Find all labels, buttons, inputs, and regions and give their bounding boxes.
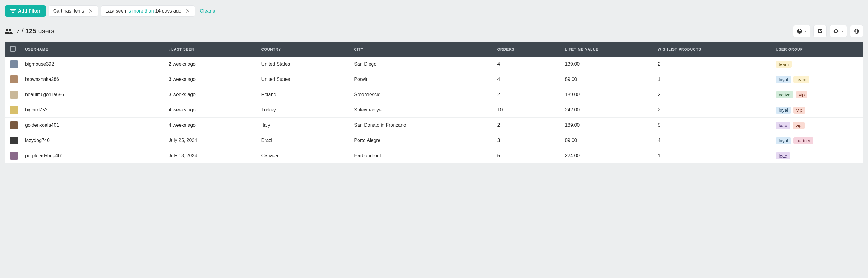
col-header-username[interactable]: Username — [20, 42, 163, 57]
avatar — [10, 91, 18, 98]
last-seen-cell: July 25, 2024 — [163, 133, 256, 148]
username-cell: lazydog740 — [20, 133, 163, 148]
summary-actions — [793, 25, 863, 37]
table-row[interactable]: purpleladybug461July 18, 2024CanadaHarbo… — [5, 148, 863, 163]
city-cell: Porto Alegre — [349, 133, 492, 148]
country-cell: United States — [256, 72, 349, 87]
last-seen-cell: 3 weeks ago — [163, 87, 256, 102]
users-table: Username ↓Last seen Country City Orders … — [5, 42, 863, 163]
user-group-tag: vip — [794, 106, 805, 114]
table-row[interactable]: beautifulgorilla6963 weeks agoPolandŚród… — [5, 87, 863, 102]
user-group-tag: active — [776, 91, 794, 98]
orders-cell: 4 — [492, 72, 559, 87]
col-header-ltv[interactable]: Lifetime value — [559, 42, 652, 57]
col-header-last-seen[interactable]: ↓Last seen — [163, 42, 256, 57]
table-row[interactable]: lazydog740July 25, 2024BrazilPorto Alegr… — [5, 133, 863, 148]
add-filter-label: Add Filter — [18, 8, 40, 14]
last-seen-cell: 4 weeks ago — [163, 118, 256, 133]
orders-cell: 2 — [492, 118, 559, 133]
user-group-cell: lead — [770, 148, 863, 163]
country-cell: Turkey — [256, 102, 349, 118]
country-cell: Canada — [256, 148, 349, 163]
filter-chip[interactable]: Last seen is more than 14 days ago✕ — [101, 5, 195, 17]
col-header-country[interactable]: Country — [256, 42, 349, 57]
city-cell: Harbourfront — [349, 148, 492, 163]
clear-all-link[interactable]: Clear all — [200, 8, 217, 14]
user-group-cell: team — [770, 57, 863, 72]
user-group-cell: leadvip — [770, 118, 863, 133]
city-cell: Śródmieście — [349, 87, 492, 102]
svg-rect-2 — [12, 12, 14, 13]
avatar — [10, 106, 18, 114]
svg-rect-1 — [11, 11, 15, 12]
country-cell: Poland — [256, 87, 349, 102]
user-group-tag: lead — [776, 122, 790, 129]
wishlist-cell: 5 — [652, 118, 770, 133]
wishlist-cell: 2 — [652, 102, 770, 118]
filter-bar: Add Filter Cart has items✕Last seen is m… — [5, 5, 863, 17]
orders-cell: 10 — [492, 102, 559, 118]
ltv-cell: 242.00 — [559, 102, 652, 118]
col-header-wishlist[interactable]: Wishlist products — [652, 42, 770, 57]
svg-point-3 — [6, 29, 8, 31]
table-row[interactable]: brownsnake2863 weeks agoUnited StatesPot… — [5, 72, 863, 87]
wishlist-cell: 1 — [652, 72, 770, 87]
visibility-button[interactable] — [830, 25, 847, 37]
country-cell: United States — [256, 57, 349, 72]
remove-filter-icon[interactable]: ✕ — [88, 8, 93, 14]
last-seen-cell: 2 weeks ago — [163, 57, 256, 72]
user-group-tag: loyal — [776, 106, 791, 114]
last-seen-cell: 3 weeks ago — [163, 72, 256, 87]
orders-cell: 5 — [492, 148, 559, 163]
table-row[interactable]: bigbird7524 weeks agoTurkeySüleymaniye10… — [5, 102, 863, 118]
svg-point-4 — [9, 29, 11, 31]
username-cell: bigbird752 — [20, 102, 163, 118]
avatar — [10, 136, 18, 145]
remove-filter-icon[interactable]: ✕ — [185, 8, 190, 14]
filter-chip-text: Last seen is more than 14 days ago — [105, 8, 182, 14]
eye-icon — [833, 29, 839, 33]
summary-count: 7 / 125 users — [16, 27, 54, 35]
table-row[interactable]: goldenkoala4014 weeks agoItalySan Donato… — [5, 118, 863, 133]
svg-rect-0 — [10, 9, 16, 10]
username-cell: brownsnake286 — [20, 72, 163, 87]
globe-icon — [854, 29, 859, 34]
wishlist-cell: 1 — [652, 148, 770, 163]
city-cell: San Donato in Fronzano — [349, 118, 492, 133]
wishlist-cell: 4 — [652, 133, 770, 148]
summary-row: 7 / 125 users — [5, 25, 863, 37]
user-group-cell: loyalpartner — [770, 133, 863, 148]
user-group-cell: loyalteam — [770, 72, 863, 87]
username-cell: bigmouse392 — [20, 57, 163, 72]
orders-cell: 3 — [492, 133, 559, 148]
country-cell: Brazil — [256, 133, 349, 148]
select-all-checkbox[interactable] — [10, 46, 16, 52]
user-group-tag: loyal — [776, 137, 791, 144]
user-group-tag: vip — [796, 91, 807, 98]
city-cell: Süleymaniye — [349, 102, 492, 118]
chart-button[interactable] — [793, 25, 810, 37]
user-group-cell: activevip — [770, 87, 863, 102]
ltv-cell: 189.00 — [559, 87, 652, 102]
wishlist-cell: 2 — [652, 57, 770, 72]
table-row[interactable]: bigmouse3922 weeks agoUnited StatesSan D… — [5, 57, 863, 72]
col-header-city[interactable]: City — [349, 42, 492, 57]
col-header-user-group[interactable]: User group — [770, 42, 863, 57]
export-button[interactable] — [813, 25, 827, 37]
users-icon — [5, 28, 12, 34]
user-group-tag: partner — [794, 137, 814, 144]
add-filter-button[interactable]: Add Filter — [5, 5, 46, 17]
user-group-tag: team — [794, 76, 809, 83]
last-seen-cell: July 18, 2024 — [163, 148, 256, 163]
city-cell: Potwin — [349, 72, 492, 87]
filter-chip[interactable]: Cart has items✕ — [49, 5, 98, 17]
col-header-orders[interactable]: Orders — [492, 42, 559, 57]
avatar — [10, 121, 18, 129]
globe-button[interactable] — [850, 25, 863, 37]
user-group-cell: loyalvip — [770, 102, 863, 118]
ltv-cell: 139.00 — [559, 57, 652, 72]
avatar — [10, 75, 18, 83]
avatar — [10, 152, 18, 160]
filter-icon — [10, 9, 16, 13]
wishlist-cell: 2 — [652, 87, 770, 102]
